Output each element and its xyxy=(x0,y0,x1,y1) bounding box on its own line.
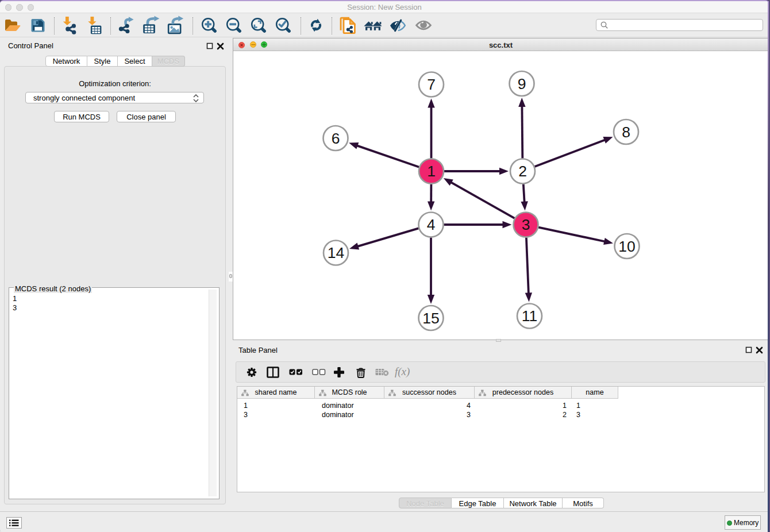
svg-text:15: 15 xyxy=(422,310,439,327)
svg-text:1: 1 xyxy=(427,163,436,180)
svg-text:4: 4 xyxy=(427,216,436,233)
svg-text:7: 7 xyxy=(427,76,436,93)
svg-text:10: 10 xyxy=(618,238,635,255)
svg-text:8: 8 xyxy=(622,124,630,141)
svg-text:14: 14 xyxy=(328,244,344,261)
svg-text:9: 9 xyxy=(518,75,526,92)
svg-text:3: 3 xyxy=(522,216,530,233)
svg-text:6: 6 xyxy=(332,130,340,147)
svg-text:2: 2 xyxy=(518,163,527,180)
svg-text:11: 11 xyxy=(522,307,538,325)
